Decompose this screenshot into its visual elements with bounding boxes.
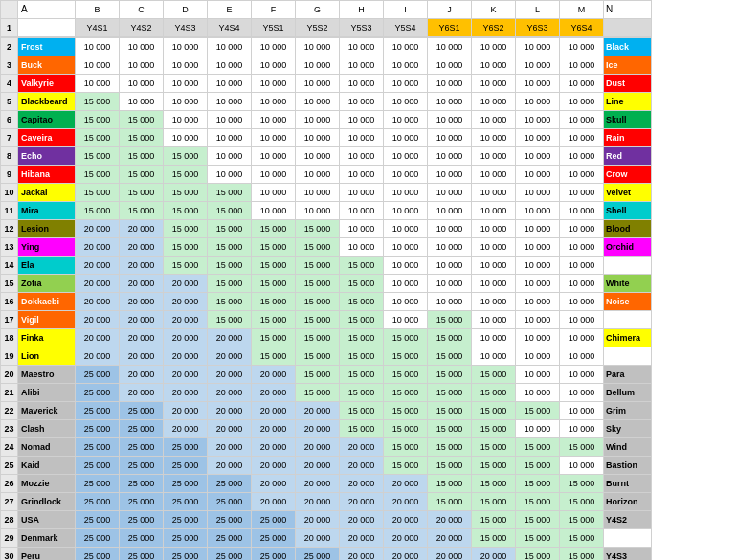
- cell-i-4[interactable]: 10 000: [384, 111, 428, 129]
- cell-k-16[interactable]: 10 000: [472, 329, 516, 347]
- cell-k-8[interactable]: 10 000: [472, 184, 516, 202]
- cell-i-15[interactable]: 10 000: [384, 311, 428, 329]
- col-header-f[interactable]: F: [252, 1, 296, 19]
- cell-i-13[interactable]: 10 000: [384, 275, 428, 293]
- label-col-2[interactable]: Dust: [604, 75, 652, 93]
- cell-f-21[interactable]: 20 000: [252, 420, 296, 438]
- cell-m-15[interactable]: 10 000: [560, 311, 604, 329]
- cell-b-17[interactable]: 20 000: [76, 347, 120, 366]
- cell-i-27[interactable]: 20 000: [384, 529, 428, 548]
- cell-d-0[interactable]: 10 000: [164, 38, 208, 56]
- cell-h-22[interactable]: 20 000: [340, 438, 384, 457]
- cell-m-6[interactable]: 10 000: [560, 147, 604, 166]
- cell-d-27[interactable]: 25 000: [164, 529, 208, 548]
- cell-h-21[interactable]: 15 000: [340, 420, 384, 438]
- cell-g-7[interactable]: 10 000: [296, 166, 340, 184]
- cell-l-25[interactable]: 15 000: [516, 493, 560, 511]
- cell-e-15[interactable]: 15 000: [208, 311, 252, 329]
- cell-j-16[interactable]: 15 000: [428, 329, 472, 347]
- cell-b-0[interactable]: 10 000: [76, 38, 120, 56]
- cell-c-8[interactable]: 15 000: [120, 184, 164, 202]
- cell-b-20[interactable]: 25 000: [76, 402, 120, 420]
- cell-b-18[interactable]: 25 000: [76, 366, 120, 384]
- cell-k-0[interactable]: 10 000: [472, 38, 516, 56]
- cell-g-20[interactable]: 20 000: [296, 402, 340, 420]
- operator-name-21[interactable]: Clash: [18, 420, 76, 438]
- cell-j-21[interactable]: 15 000: [428, 420, 472, 438]
- cell-g-18[interactable]: 15 000: [296, 366, 340, 384]
- cell-m-25[interactable]: 15 000: [560, 493, 604, 511]
- cell-d-15[interactable]: 20 000: [164, 311, 208, 329]
- cell-b-10[interactable]: 20 000: [76, 220, 120, 238]
- cell-k-9[interactable]: 10 000: [472, 202, 516, 220]
- cell-d-28[interactable]: 25 000: [164, 548, 208, 561]
- cell-d-4[interactable]: 10 000: [164, 111, 208, 129]
- cell-h-26[interactable]: 20 000: [340, 511, 384, 529]
- cell-i-20[interactable]: 15 000: [384, 402, 428, 420]
- cell-i-9[interactable]: 10 000: [384, 202, 428, 220]
- label-col-9[interactable]: Shell: [604, 202, 652, 220]
- cell-h-23[interactable]: 20 000: [340, 457, 384, 475]
- cell-h-10[interactable]: 10 000: [340, 220, 384, 238]
- col-header-l[interactable]: L: [516, 1, 560, 19]
- operator-name-17[interactable]: Lion: [18, 347, 76, 366]
- cell-h-14[interactable]: 15 000: [340, 293, 384, 311]
- operator-name-7[interactable]: Hibana: [18, 166, 76, 184]
- cell-e-7[interactable]: 10 000: [208, 166, 252, 184]
- cell-l-21[interactable]: 10 000: [516, 420, 560, 438]
- cell-m-10[interactable]: 10 000: [560, 220, 604, 238]
- cell-j-17[interactable]: 15 000: [428, 347, 472, 366]
- cell-j-3[interactable]: 10 000: [428, 93, 472, 111]
- cell-b-11[interactable]: 20 000: [76, 238, 120, 257]
- cell-b-14[interactable]: 20 000: [76, 293, 120, 311]
- cell-l-28[interactable]: 15 000: [516, 548, 560, 561]
- cell-f-13[interactable]: 15 000: [252, 275, 296, 293]
- operator-name-16[interactable]: Finka: [18, 329, 76, 347]
- cell-m-0[interactable]: 10 000: [560, 38, 604, 56]
- cell-f-11[interactable]: 15 000: [252, 238, 296, 257]
- cell-j-0[interactable]: 10 000: [428, 38, 472, 56]
- cell-c-17[interactable]: 20 000: [120, 347, 164, 366]
- cell-e-10[interactable]: 15 000: [208, 220, 252, 238]
- cell-d-7[interactable]: 15 000: [164, 166, 208, 184]
- cell-m-14[interactable]: 10 000: [560, 293, 604, 311]
- cell-h-12[interactable]: 15 000: [340, 257, 384, 275]
- col-header-h[interactable]: H: [340, 1, 384, 19]
- cell-c-20[interactable]: 25 000: [120, 402, 164, 420]
- cell-d-26[interactable]: 25 000: [164, 511, 208, 529]
- cell-f-12[interactable]: 15 000: [252, 257, 296, 275]
- label-col-16[interactable]: Chimera: [604, 329, 652, 347]
- cell-c-24[interactable]: 25 000: [120, 475, 164, 493]
- cell-l-27[interactable]: 15 000: [516, 529, 560, 548]
- cell-m-26[interactable]: 15 000: [560, 511, 604, 529]
- cell-k-12[interactable]: 10 000: [472, 257, 516, 275]
- cell-h-9[interactable]: 10 000: [340, 202, 384, 220]
- cell-k-21[interactable]: 15 000: [472, 420, 516, 438]
- cell-h-13[interactable]: 15 000: [340, 275, 384, 293]
- cell-h-5[interactable]: 10 000: [340, 129, 384, 147]
- cell-i-16[interactable]: 15 000: [384, 329, 428, 347]
- cell-l-19[interactable]: 10 000: [516, 384, 560, 402]
- cell-k-6[interactable]: 10 000: [472, 147, 516, 166]
- cell-h-19[interactable]: 15 000: [340, 384, 384, 402]
- cell-l-26[interactable]: 15 000: [516, 511, 560, 529]
- label-col-3[interactable]: Line: [604, 93, 652, 111]
- cell-i-8[interactable]: 10 000: [384, 184, 428, 202]
- cell-i-10[interactable]: 10 000: [384, 220, 428, 238]
- cell-b-8[interactable]: 15 000: [76, 184, 120, 202]
- cell-d-13[interactable]: 20 000: [164, 275, 208, 293]
- cell-k-25[interactable]: 15 000: [472, 493, 516, 511]
- operator-name-28[interactable]: Peru: [18, 548, 76, 561]
- cell-c-16[interactable]: 20 000: [120, 329, 164, 347]
- label-col-19[interactable]: Bellum: [604, 384, 652, 402]
- cell-j-10[interactable]: 10 000: [428, 220, 472, 238]
- cell-l-2[interactable]: 10 000: [516, 75, 560, 93]
- cell-m-20[interactable]: 10 000: [560, 402, 604, 420]
- cell-g-10[interactable]: 15 000: [296, 220, 340, 238]
- cell-g-23[interactable]: 20 000: [296, 457, 340, 475]
- cell-k-13[interactable]: 10 000: [472, 275, 516, 293]
- cell-g-17[interactable]: 15 000: [296, 347, 340, 366]
- cell-m-3[interactable]: 10 000: [560, 93, 604, 111]
- cell-f-2[interactable]: 10 000: [252, 75, 296, 93]
- cell-e-26[interactable]: 25 000: [208, 511, 252, 529]
